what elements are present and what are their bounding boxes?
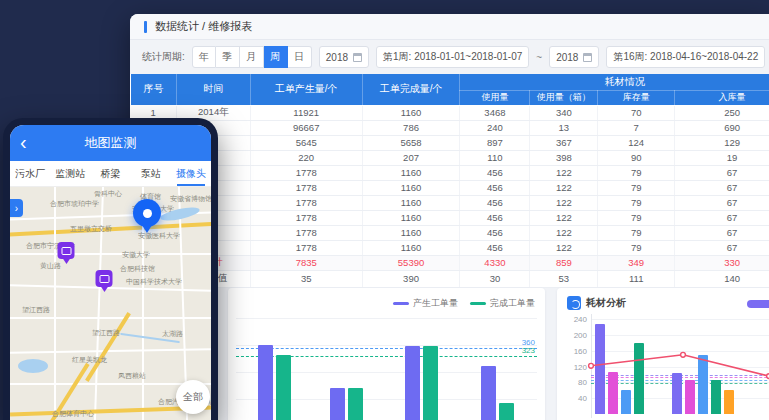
table-cell: 129: [675, 135, 769, 150]
legend-swatch: [393, 302, 409, 305]
gridline: [591, 367, 769, 368]
period-button[interactable]: 月: [240, 46, 264, 68]
report-table: 序号时间工单产生量/个工单完成量/个耗材情况使用量使用量（箱）库存量入库量120…: [130, 74, 769, 288]
bar: [634, 343, 644, 414]
column-subheader: 使用量: [460, 90, 530, 105]
bar: [258, 345, 273, 420]
week-end-input[interactable]: 第16周: 2018-04-16~2018-04-22: [606, 46, 765, 68]
table-cell: 7835: [250, 255, 362, 270]
legend-item: 产生工单量: [393, 297, 458, 310]
selected-marker[interactable]: [133, 199, 161, 227]
reference-line: [236, 348, 537, 349]
table-row: 2202071103989019: [131, 150, 769, 165]
y-axis-tick: 40: [578, 394, 587, 403]
table-cell: 5645: [250, 135, 362, 150]
table-cell: 1160: [362, 225, 460, 240]
y-axis: [591, 314, 592, 418]
table-cell: 240: [460, 120, 530, 135]
week-start-input[interactable]: 第1周: 2018-01-01~2018-01-07: [376, 46, 529, 68]
table-body: 12014年1192111603468340702509666778624013…: [131, 105, 769, 287]
table-cell: 79: [598, 180, 675, 195]
legend-swatch: [747, 300, 769, 308]
period-group: 年季月周日: [192, 46, 312, 68]
y-axis-tick: 240: [574, 315, 587, 324]
table-head: 序号时间工单产生量/个工单完成量/个耗材情况使用量使用量（箱）库存量入库量: [131, 74, 769, 105]
tab-摄像头[interactable]: 摄像头: [171, 161, 211, 186]
table-cell: 1778: [250, 195, 362, 210]
map-label: 合肥科技馆: [120, 264, 155, 274]
map-label: 望江西路: [22, 305, 50, 315]
table-cell: 786: [362, 120, 460, 135]
tab-泵站[interactable]: 泵站: [131, 161, 171, 186]
table-cell: 53: [530, 270, 598, 287]
bar: [481, 366, 496, 420]
map-label: 中国科学技术大学: [126, 277, 182, 287]
gridline: [236, 345, 537, 346]
pie-chart-icon: [567, 296, 581, 310]
table-cell: 124: [598, 135, 675, 150]
camera-marker[interactable]: [58, 242, 75, 259]
chart-title: 耗材分析: [586, 296, 626, 310]
back-icon[interactable]: ‹: [20, 129, 27, 155]
tab-污水厂[interactable]: 污水厂: [10, 161, 50, 186]
report-table-wrap: 序号时间工单产生量/个工单完成量/个耗材情况使用量使用量（箱）库存量入库量120…: [130, 74, 769, 288]
table-cell: 140: [675, 270, 769, 287]
gridline: [591, 335, 769, 336]
table-cell: 55390: [362, 255, 460, 270]
page-title: 地图监测: [85, 134, 137, 152]
y-axis-tick: 120: [574, 363, 587, 372]
map-view[interactable]: 骨科中心合肥市琥珀中学体育馆安徽农业大学安徽省博物馆五里墩立交桥安徽医科大学合肥…: [10, 187, 211, 420]
map-road: [94, 187, 104, 420]
map-road: [10, 317, 211, 319]
table-cell: 1778: [250, 210, 362, 225]
consumable-chart-card: 耗材分析 2402001601208040: [557, 288, 769, 420]
tab-桥梁[interactable]: 桥梁: [90, 161, 130, 186]
filter-bar: 统计周期: 年季月周日 2018 第1周: 2018-01-01~2018-01…: [130, 40, 769, 74]
table-cell: 1160: [362, 210, 460, 225]
reference-label: 360: [522, 338, 535, 347]
period-button[interactable]: 年: [192, 46, 216, 68]
table-cell: 1160: [362, 180, 460, 195]
breadcrumb-accent: [144, 21, 147, 33]
table-cell: 67: [675, 210, 769, 225]
table-cell: 897: [460, 135, 530, 150]
table-cell: 1160: [362, 240, 460, 255]
table-cell: 67: [675, 195, 769, 210]
tab-监测站[interactable]: 监测站: [50, 161, 90, 186]
bar: [499, 403, 514, 420]
camera-marker[interactable]: [96, 270, 113, 287]
table-row: 12014年119211160346834070250: [131, 105, 769, 120]
column-group-header: 耗材情况: [460, 74, 769, 90]
all-button[interactable]: 全部: [176, 380, 210, 414]
period-button[interactable]: 日: [288, 46, 312, 68]
table-cell: 122: [530, 210, 598, 225]
table-cell: 398: [530, 150, 598, 165]
table-cell: 340: [530, 105, 598, 120]
year-end-select[interactable]: 2018: [549, 46, 599, 68]
calendar-icon: [353, 53, 362, 62]
table-row: 177811604561227967: [131, 210, 769, 225]
year-start-select[interactable]: 2018: [319, 46, 369, 68]
column-header: 时间: [176, 74, 250, 105]
column-header: 工单完成量/个: [362, 74, 460, 105]
map-label: 太湖路: [162, 329, 183, 339]
bar: [595, 324, 605, 414]
map-label: 黄山路: [40, 261, 61, 271]
table-cell: 96667: [250, 120, 362, 135]
period-button[interactable]: 季: [216, 46, 240, 68]
table-cell: 110: [460, 150, 530, 165]
table-cell: 122: [530, 165, 598, 180]
map-label: 凤西粮站: [118, 371, 146, 381]
table-row: 177811604561227967: [131, 180, 769, 195]
dashboard-panel: 数据统计 / 维修报表 统计周期: 年季月周日 2018 第1周: 2018-0…: [130, 14, 769, 420]
calendar-icon: [583, 53, 592, 62]
charts-row: 产生工单量完成工单量 360323 耗材分析 2402001601208040: [130, 288, 769, 420]
period-button[interactable]: 周: [264, 46, 288, 68]
table-cell: 207: [362, 150, 460, 165]
table-cell: 35: [250, 270, 362, 287]
table-cell: 67: [675, 240, 769, 255]
map-label: 安徽省博物馆: [170, 194, 211, 204]
table-cell: 79: [598, 225, 675, 240]
expand-button[interactable]: ›: [10, 199, 23, 217]
table-cell: 122: [530, 240, 598, 255]
